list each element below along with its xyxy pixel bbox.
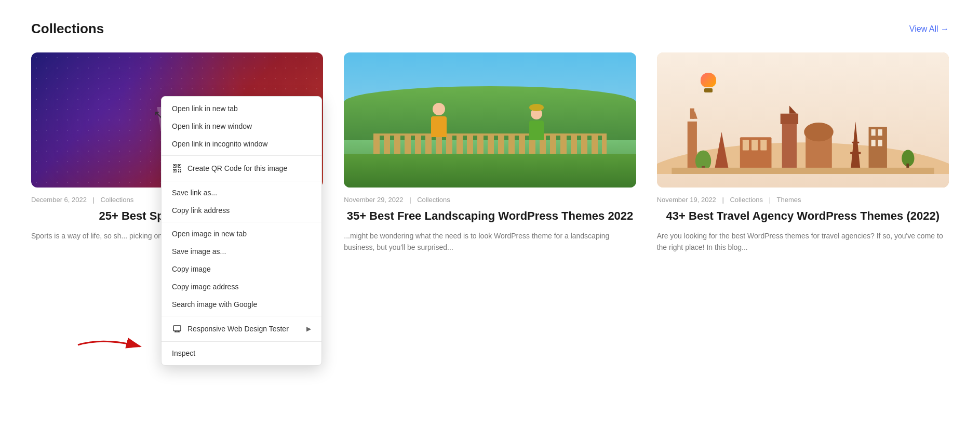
context-menu-label-copy-image-address: Copy image address (172, 283, 311, 291)
view-all-link[interactable]: View All → (909, 24, 949, 34)
card-meta-landscaping: November 29, 2022 | Collections (344, 196, 636, 204)
svg-marker-11 (789, 106, 797, 114)
card-meta-travel: November 19, 2022 | Collections | Themes (657, 196, 949, 204)
svg-rect-38 (173, 326, 181, 331)
svg-rect-3 (690, 109, 694, 119)
separator3: | (722, 196, 723, 204)
context-menu-item-open-image-tab[interactable]: Open image in new tab (162, 225, 321, 243)
context-menu-item-save-link[interactable]: Save link as... (162, 184, 321, 202)
svg-rect-37 (180, 171, 181, 172)
card-image-landscaping (344, 52, 636, 188)
chevron-right-icon: ▶ (306, 325, 311, 332)
svg-rect-26 (672, 168, 934, 174)
svg-rect-10 (780, 114, 798, 124)
context-menu-divider-2 (162, 181, 321, 181)
svg-rect-36 (178, 171, 179, 172)
context-menu-item-open-new-window[interactable]: Open link in new window (162, 117, 321, 135)
svg-rect-8 (760, 140, 767, 150)
svg-rect-29 (174, 165, 175, 166)
context-menu-divider-4 (162, 316, 321, 316)
context-menu-label-save-link: Save link as... (172, 189, 311, 197)
context-menu-label-save-image: Save image as... (172, 247, 311, 256)
svg-rect-1 (687, 122, 696, 174)
svg-rect-18 (871, 129, 875, 136)
svg-point-13 (804, 123, 834, 141)
context-menu-item-copy-image-address[interactable]: Copy image address (162, 278, 321, 296)
qr-code-icon (172, 163, 182, 173)
context-menu-item-copy-image[interactable]: Copy image (162, 260, 321, 278)
svg-rect-33 (174, 170, 175, 171)
context-menu-divider-3 (162, 222, 321, 222)
context-menu-item-copy-link[interactable]: Copy link address (162, 202, 321, 219)
card-landscaping[interactable]: November 29, 2022 | Collections 35+ Best… (344, 52, 636, 253)
svg-rect-21 (878, 140, 882, 146)
card-title-landscaping: 35+ Best Free Landscaping WordPress Them… (344, 209, 636, 224)
city-skyline-svg (657, 79, 949, 174)
context-menu-label-open-new-tab: Open link in new tab (172, 104, 311, 113)
card-date-travel: November 19, 2022 (657, 196, 716, 204)
context-menu-item-open-new-tab[interactable]: Open link in new tab (162, 100, 321, 117)
card-date-sports: December 6, 2022 (31, 196, 87, 204)
card-category2-travel: Themes (776, 196, 801, 204)
context-menu-item-save-image[interactable]: Save image as... (162, 243, 321, 260)
card-travel[interactable]: November 19, 2022 | Collections | Themes… (657, 52, 949, 253)
context-menu: Open link in new tab Open link in new wi… (161, 96, 322, 366)
annotation-arrow (73, 332, 145, 358)
svg-rect-6 (743, 140, 749, 150)
svg-rect-35 (180, 169, 181, 170)
svg-rect-31 (179, 165, 180, 166)
card-date-landscaping: November 29, 2022 (344, 196, 403, 204)
context-menu-label-inspect: Inspect (172, 349, 311, 357)
svg-rect-19 (878, 129, 882, 136)
context-menu-label-copy-image: Copy image (172, 265, 311, 273)
card-category1-travel: Collections (730, 196, 763, 204)
context-menu-divider-1 (162, 155, 321, 156)
context-menu-label-create-qr: Create QR Code for this image (187, 164, 311, 172)
context-menu-item-create-qr[interactable]: Create QR Code for this image (162, 158, 321, 178)
context-menu-label-responsive-tester: Responsive Web Design Tester (187, 325, 301, 333)
section-title: Collections (31, 21, 104, 37)
context-menu-item-inspect[interactable]: Inspect (162, 344, 321, 362)
context-menu-item-responsive-tester[interactable]: Responsive Web Design Tester ▶ (162, 319, 321, 339)
card-title-travel: 43+ Best Travel Agency WordPress Themes … (657, 209, 949, 224)
context-menu-item-search-image[interactable]: Search image with Google (162, 296, 321, 313)
card-category-landscaping: Collections (417, 196, 450, 204)
svg-rect-20 (871, 140, 875, 146)
card-excerpt-travel: Are you looking for the best WordPress t… (657, 230, 949, 253)
card-category-sports: Collections (101, 196, 134, 204)
svg-rect-34 (178, 169, 179, 170)
card-image-travel (657, 52, 949, 188)
svg-rect-7 (751, 140, 758, 150)
context-menu-label-open-incognito: Open link in incognito window (172, 140, 311, 148)
monitor-icon (172, 324, 182, 334)
context-menu-divider-5 (162, 341, 321, 342)
context-menu-label-copy-link: Copy link address (172, 206, 311, 215)
separator: | (93, 196, 95, 204)
separator2: | (409, 196, 411, 204)
svg-rect-9 (782, 116, 796, 174)
context-menu-item-open-incognito[interactable]: Open link in incognito window (162, 135, 321, 153)
separator4: | (769, 196, 771, 204)
context-menu-label-search-image: Search image with Google (172, 300, 311, 309)
context-menu-label-open-image-tab: Open image in new tab (172, 230, 311, 238)
card-excerpt-landscaping: ...might be wondering what the need is t… (344, 230, 636, 253)
context-menu-label-open-new-window: Open link in new window (172, 122, 311, 130)
